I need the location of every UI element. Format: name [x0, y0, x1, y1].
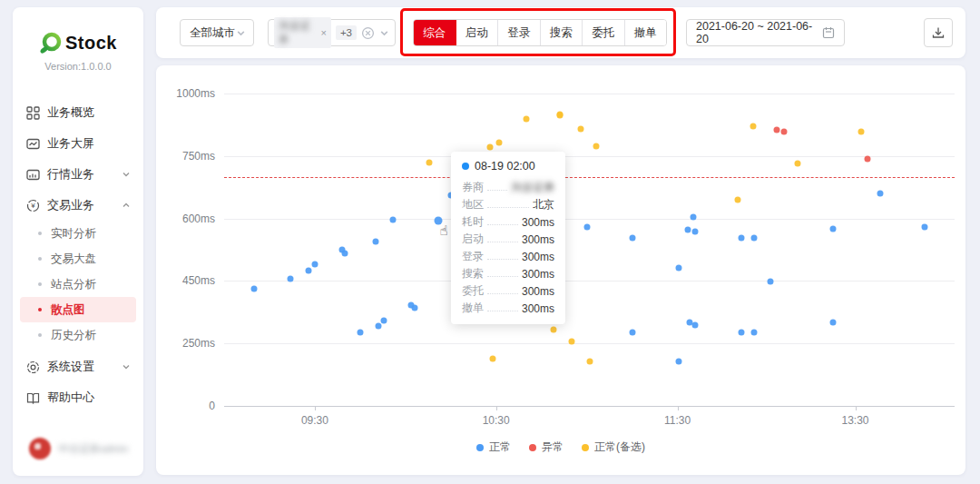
scatter-point[interactable]: [738, 329, 744, 335]
scatter-point[interactable]: [357, 330, 363, 336]
scatter-point[interactable]: [577, 125, 583, 132]
scatter-point[interactable]: [676, 265, 682, 272]
scatter-point[interactable]: [524, 115, 530, 122]
scatter-point[interactable]: [676, 359, 682, 365]
sidebar-subitem-realtime-analysis[interactable]: 实时分析: [20, 221, 136, 246]
scatter-point[interactable]: [375, 322, 381, 329]
legend-item[interactable]: 异常: [529, 440, 564, 455]
app-version: Version:1.0.0.0: [13, 61, 143, 72]
sidebar-item-market-business[interactable]: 行情业务: [13, 159, 143, 190]
scatter-point[interactable]: [568, 339, 574, 345]
scatter-point[interactable]: [372, 238, 378, 244]
scatter-point[interactable]: [773, 127, 779, 133]
y-axis-label: 450ms: [182, 274, 215, 287]
tab-search[interactable]: 搜索: [541, 20, 583, 45]
scatter-point[interactable]: [550, 326, 556, 332]
scatter-point[interactable]: [684, 226, 691, 232]
sidebar-item-trade-business[interactable]: ¥ 交易业务: [13, 190, 143, 221]
scatter-point[interactable]: [629, 329, 635, 335]
scatter-point[interactable]: [306, 267, 312, 273]
x-axis-label: 10:30: [483, 414, 510, 427]
scatter-point[interactable]: [751, 329, 758, 335]
scatter-point[interactable]: [435, 216, 443, 224]
tab-startup[interactable]: 启动: [456, 20, 499, 45]
tab-entrust[interactable]: 委托: [583, 20, 625, 45]
gear-icon: [25, 360, 40, 374]
scatter-point[interactable]: [922, 223, 928, 230]
metric-tab-group: 综合 启动 登录 搜索 委托 撤单: [413, 19, 667, 46]
scatter-point[interactable]: [750, 123, 756, 129]
scatter-point[interactable]: [768, 279, 774, 285]
scatter-point[interactable]: [692, 321, 699, 328]
scatter-point[interactable]: [738, 235, 744, 242]
tooltip-row: 耗时300ms: [462, 213, 554, 231]
scatter-point[interactable]: [381, 318, 387, 324]
scatter-point[interactable]: [830, 226, 837, 232]
cursor-hand-icon: ☝: [439, 222, 447, 239]
tab-composite[interactable]: 综合: [414, 20, 456, 45]
sidebar-subitem-history-analysis[interactable]: 历史分析: [20, 322, 136, 348]
sidebar-item-business-screen[interactable]: 业务大屏: [13, 128, 143, 159]
scatter-point[interactable]: [691, 213, 697, 220]
scatter-point[interactable]: [496, 139, 503, 145]
scatter-point[interactable]: [556, 113, 563, 119]
x-axis-label: 11:30: [664, 414, 691, 427]
x-axis-label: 13:30: [842, 414, 869, 427]
sidebar-subitem-site-analysis[interactable]: 站点分析: [20, 272, 136, 297]
broker-multiselect[interactable]: 兴业证券 × +3: [268, 19, 396, 46]
tag-remove-icon[interactable]: ×: [320, 27, 326, 38]
chevron-down-icon: [122, 170, 131, 179]
svg-text:¥: ¥: [30, 202, 35, 210]
y-axis-label: 0: [209, 400, 215, 412]
scatter-point[interactable]: [751, 235, 758, 242]
date-range-picker[interactable]: 2021-06-20 ~ 2021-06-20: [686, 19, 845, 46]
scatter-point[interactable]: [487, 144, 494, 151]
scatter-point[interactable]: [490, 356, 496, 362]
tooltip-row: 登录300ms: [462, 248, 554, 265]
tooltip-row: 启动300ms: [462, 231, 554, 248]
sidebar-subitem-scatter-plot[interactable]: 散点图: [20, 297, 136, 322]
city-select[interactable]: 全部城市: [180, 19, 254, 46]
scatter-point[interactable]: [426, 159, 433, 165]
download-button[interactable]: [924, 18, 953, 47]
y-axis-label: 600ms: [182, 212, 215, 225]
scatter-point[interactable]: [311, 262, 318, 268]
sidebar-item-help-center[interactable]: 帮助中心: [13, 382, 143, 413]
scatter-point[interactable]: [411, 305, 417, 311]
tooltip-row: 委托300ms: [462, 282, 554, 300]
scatter-point[interactable]: [251, 286, 258, 292]
tab-cancel[interactable]: 撤单: [625, 20, 667, 45]
broker-tag[interactable]: 兴业证券 ×: [274, 17, 331, 48]
gridline: [224, 94, 955, 94]
scatter-point[interactable]: [735, 197, 741, 203]
scatter-point[interactable]: [877, 191, 884, 197]
scatter-point[interactable]: [390, 216, 397, 222]
subitem-label: 站点分析: [51, 277, 96, 292]
filter-toolbar: 全部城市 兴业证券 × +3 综合 启动 登录 搜索 委托 撤单 2021-06…: [156, 7, 965, 58]
sidebar-item-label: 业务概览: [47, 104, 94, 121]
legend-item[interactable]: 正常: [476, 440, 511, 455]
scatter-point[interactable]: [794, 161, 800, 167]
grid-icon: [25, 105, 40, 120]
tab-login[interactable]: 登录: [498, 20, 541, 45]
legend-item[interactable]: 正常(备选): [582, 440, 645, 455]
y-axis-label: 250ms: [182, 337, 215, 350]
clear-circle-icon[interactable]: [361, 26, 375, 40]
scatter-point[interactable]: [692, 228, 699, 234]
user-profile[interactable]: 中信证券admin: [29, 438, 128, 459]
scatter-point[interactable]: [830, 320, 837, 326]
scatter-point[interactable]: [288, 276, 294, 282]
scatter-point[interactable]: [629, 235, 635, 242]
scatter-point[interactable]: [586, 359, 593, 365]
sidebar-item-system-settings[interactable]: 系统设置: [13, 351, 143, 382]
scatter-point[interactable]: [342, 250, 348, 256]
scatter-point[interactable]: [583, 223, 590, 230]
sidebar-subitem-trade-dashboard[interactable]: 交易大盘: [20, 246, 136, 272]
scatter-point[interactable]: [593, 143, 599, 149]
sidebar-item-business-overview[interactable]: 业务概览: [13, 97, 143, 128]
scatter-plot-area[interactable]: 1000ms750ms600ms450ms250ms009:3010:3011:…: [224, 94, 955, 406]
broker-tag-label: 兴业证券: [279, 19, 317, 46]
scatter-point[interactable]: [781, 129, 788, 135]
scatter-point[interactable]: [858, 129, 865, 135]
scatter-point[interactable]: [864, 156, 870, 163]
